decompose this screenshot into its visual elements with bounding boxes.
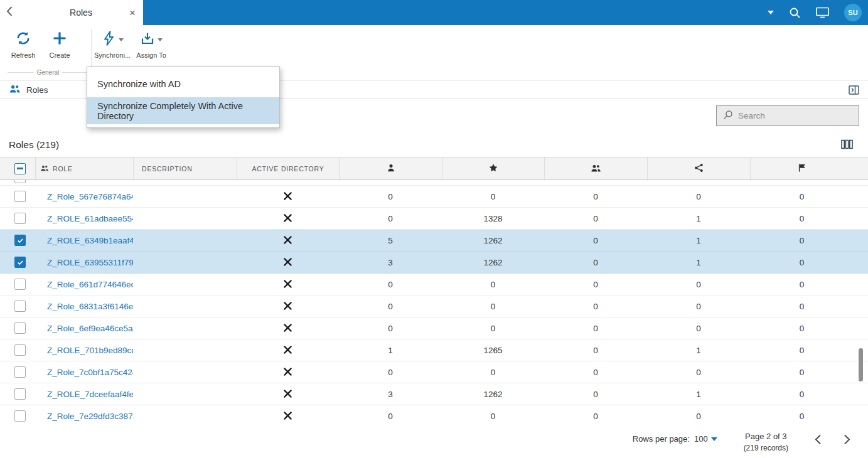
column-header-flag[interactable] (750, 157, 854, 179)
flag-icon (798, 163, 806, 174)
column-header-star[interactable] (442, 157, 544, 179)
menu-item-synchronize-completely[interactable]: Synchronize Completely With Active Direc… (87, 97, 279, 124)
role-link[interactable]: Z_ROLE_7dceefaaf4fe40e (47, 390, 133, 399)
row-checkbox[interactable] (14, 410, 26, 422)
row-checkbox[interactable] (14, 279, 26, 290)
tab-close-icon[interactable]: × (129, 8, 136, 18)
people-icon (40, 164, 49, 173)
lightning-icon (101, 30, 116, 49)
search-input[interactable] (738, 111, 852, 120)
role-link[interactable]: Z_Role_661d774646ec406 (47, 280, 133, 289)
role-link[interactable]: Z_ROLE_61adbaee554c41 (47, 214, 133, 223)
role-link[interactable]: Z_Role_567e76874a64470 (47, 192, 133, 201)
count-cell: 1 (339, 346, 442, 355)
count-cell: 0 (544, 280, 647, 289)
count-cell: 0 (544, 368, 647, 377)
cross-icon (284, 280, 292, 288)
toolbar-group-caption: General (5, 69, 91, 76)
role-link[interactable]: Z_Role_6ef9ea46ce5a4b1 (47, 324, 133, 333)
column-header-active-directory[interactable]: ACTIVE DIRECTORY (237, 157, 339, 179)
chevron-down-icon[interactable] (119, 38, 124, 41)
table-row[interactable]: Z_Role_661d774646ec406 0 0 0 0 0 (0, 274, 868, 296)
row-checkbox[interactable] (14, 388, 26, 400)
count-cell: 0 (339, 302, 442, 311)
count-cell: 0 (750, 324, 854, 333)
table-row[interactable]: Z_Role_6831a3f6146e440 0 0 0 0 0 (0, 296, 868, 317)
scrollbar-thumb[interactable] (859, 348, 863, 381)
plus-icon (51, 30, 68, 49)
assign-to-label: Assign To (136, 51, 166, 59)
row-checkbox[interactable] (14, 213, 26, 224)
synchronize-menu: Synchronize with AD Synchronize Complete… (87, 67, 280, 128)
scrollbar[interactable] (859, 180, 863, 423)
count-cell: 0 (647, 302, 750, 311)
role-link[interactable]: Z_ROLE_6349b1eaaf4244 (47, 236, 133, 245)
previous-page-button[interactable] (815, 434, 822, 445)
column-header-person[interactable] (339, 157, 442, 179)
table-row[interactable]: Z_Role_7c0bf1a75c424fa6 0 0 0 0 0 (0, 361, 868, 383)
topbar-dropdown-caret[interactable] (768, 11, 774, 14)
row-checkbox[interactable] (14, 344, 26, 356)
chevron-down-icon[interactable] (158, 38, 163, 41)
row-checkbox[interactable] (14, 191, 26, 202)
table-row[interactable]: Z_Role_6ef9ea46ce5a4b1 0 0 0 0 0 (0, 317, 868, 339)
role-link[interactable]: Z_ROLE_63955311f79c49 (47, 258, 133, 267)
tab-roles[interactable]: Roles × (19, 0, 143, 25)
table-row[interactable]: Z_ROLE_63955311f79c49 3 1262 0 1 0 (0, 252, 868, 274)
count-cell: 0 (750, 280, 854, 289)
select-all-checkbox[interactable] (14, 163, 26, 174)
table-row-partial[interactable] (0, 180, 868, 186)
role-link[interactable]: Z_Role_6831a3f6146e440 (47, 302, 133, 311)
search-field (716, 105, 859, 126)
role-link[interactable]: Z_Role_7c0bf1a75c424fa6 (47, 368, 133, 377)
avatar[interactable]: SU (844, 4, 862, 21)
count-cell: 3 (339, 390, 442, 399)
count-cell: 5 (339, 236, 442, 245)
rows-per-page-select[interactable]: 100 (694, 434, 717, 444)
count-cell: 0 (750, 390, 854, 399)
count-cell: 0 (647, 412, 750, 421)
column-chooser-icon[interactable] (841, 139, 853, 152)
row-checkbox[interactable] (14, 366, 26, 378)
refresh-button[interactable]: Refresh (5, 25, 41, 60)
cross-icon (284, 412, 292, 420)
role-link[interactable]: Z_ROLE_701b9ed89cdf45 (47, 346, 133, 355)
column-header-role[interactable]: ROLE (35, 157, 133, 179)
column-header-share[interactable] (647, 157, 750, 179)
row-checkbox[interactable] (14, 235, 26, 246)
next-page-button[interactable] (844, 434, 850, 445)
column-header-people[interactable] (544, 157, 647, 179)
menu-item-synchronize-with-ad[interactable]: Synchronize with AD (87, 70, 279, 97)
records-label: (219 records) (744, 444, 788, 452)
row-checkbox[interactable] (14, 301, 26, 312)
tab-strip: Roles × (0, 0, 143, 25)
row-checkbox[interactable] (14, 257, 26, 268)
row-checkbox[interactable] (14, 322, 26, 334)
count-cell: 1 (647, 390, 750, 399)
cross-icon (284, 368, 292, 376)
table-row[interactable]: Z_ROLE_701b9ed89cdf45 1 1265 0 1 0 (0, 339, 868, 361)
back-button[interactable] (0, 0, 19, 25)
column-header-description[interactable]: DESCRIPTION (133, 157, 237, 179)
assign-to-button[interactable]: Assign To (133, 25, 169, 60)
count-cell: 0 (544, 390, 647, 399)
table-row[interactable]: Z_Role_7e29dfd3c387403 0 0 0 0 0 (0, 405, 868, 423)
table-row[interactable]: Z_ROLE_6349b1eaaf4244 5 1262 0 1 0 (0, 230, 868, 252)
search-icon[interactable] (789, 7, 801, 19)
table-row[interactable]: Z_ROLE_61adbaee554c41 0 1328 0 1 0 (0, 208, 868, 230)
role-link[interactable]: Z_Role_7e29dfd3c387403 (47, 412, 133, 421)
row-checkbox[interactable] (14, 180, 26, 183)
count-cell: 0 (442, 324, 544, 333)
cross-icon (284, 324, 292, 332)
collapse-panel-icon[interactable] (849, 85, 859, 95)
create-button[interactable]: Create (41, 25, 78, 60)
synchronize-button[interactable]: Synchroni... (92, 25, 133, 60)
table-row[interactable]: Z_Role_567e76874a64470 0 0 0 0 0 (0, 186, 868, 208)
count-cell: 0 (339, 214, 442, 223)
page-title: Roles (219) (9, 139, 59, 151)
count-cell: 0 (339, 368, 442, 377)
monitor-icon[interactable] (816, 7, 829, 18)
count-cell: 0 (750, 192, 854, 201)
magnifier-icon (723, 110, 733, 122)
table-row[interactable]: Z_ROLE_7dceefaaf4fe40e 3 1262 0 1 0 (0, 383, 868, 405)
